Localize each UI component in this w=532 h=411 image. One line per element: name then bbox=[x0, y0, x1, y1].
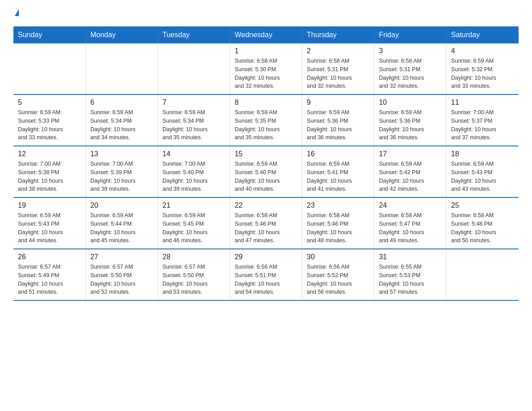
calendar-day-cell: 19Sunrise: 6:59 AM Sunset: 5:43 PM Dayli… bbox=[13, 197, 86, 249]
logo-triangle-icon bbox=[15, 9, 19, 16]
calendar-day-cell: 1Sunrise: 6:58 AM Sunset: 5:30 PM Daylig… bbox=[230, 43, 302, 94]
day-info: Sunrise: 6:59 AM Sunset: 5:43 PM Dayligh… bbox=[451, 160, 514, 193]
calendar-day-cell: 12Sunrise: 7:00 AM Sunset: 5:38 PM Dayli… bbox=[13, 146, 86, 197]
calendar-day-cell: 17Sunrise: 6:59 AM Sunset: 5:42 PM Dayli… bbox=[374, 146, 446, 197]
day-number: 11 bbox=[451, 98, 514, 107]
day-number: 12 bbox=[18, 150, 81, 158]
day-info: Sunrise: 6:57 AM Sunset: 5:49 PM Dayligh… bbox=[18, 263, 81, 296]
day-number: 9 bbox=[307, 98, 369, 107]
calendar-week-row: 26Sunrise: 6:57 AM Sunset: 5:49 PM Dayli… bbox=[13, 249, 519, 300]
calendar-day-cell bbox=[86, 43, 158, 94]
day-info: Sunrise: 6:58 AM Sunset: 5:31 PM Dayligh… bbox=[307, 57, 369, 90]
day-info: Sunrise: 6:59 AM Sunset: 5:35 PM Dayligh… bbox=[235, 108, 297, 142]
day-info: Sunrise: 7:00 AM Sunset: 5:38 PM Dayligh… bbox=[18, 160, 81, 193]
day-number: 13 bbox=[90, 150, 153, 158]
day-info: Sunrise: 6:58 AM Sunset: 5:47 PM Dayligh… bbox=[379, 211, 442, 245]
day-number: 4 bbox=[451, 47, 514, 55]
day-of-week-header: Monday bbox=[86, 26, 158, 43]
calendar-day-cell: 11Sunrise: 7:00 AM Sunset: 5:37 PM Dayli… bbox=[446, 94, 519, 146]
day-number: 8 bbox=[235, 98, 297, 107]
day-of-week-header: Friday bbox=[374, 26, 446, 43]
calendar-day-cell: 18Sunrise: 6:59 AM Sunset: 5:43 PM Dayli… bbox=[446, 146, 519, 197]
day-info: Sunrise: 6:59 AM Sunset: 5:44 PM Dayligh… bbox=[90, 211, 153, 245]
day-info: Sunrise: 6:59 AM Sunset: 5:33 PM Dayligh… bbox=[18, 108, 81, 142]
calendar-day-cell: 13Sunrise: 7:00 AM Sunset: 5:39 PM Dayli… bbox=[86, 146, 158, 197]
day-info: Sunrise: 6:58 AM Sunset: 5:30 PM Dayligh… bbox=[235, 57, 297, 90]
day-number: 27 bbox=[90, 253, 153, 261]
calendar-day-cell: 30Sunrise: 6:56 AM Sunset: 5:52 PM Dayli… bbox=[302, 249, 374, 300]
day-number: 30 bbox=[307, 253, 369, 261]
calendar-day-cell: 6Sunrise: 6:59 AM Sunset: 5:34 PM Daylig… bbox=[86, 94, 158, 146]
day-info: Sunrise: 6:57 AM Sunset: 5:50 PM Dayligh… bbox=[163, 263, 225, 296]
day-info: Sunrise: 6:59 AM Sunset: 5:34 PM Dayligh… bbox=[163, 108, 225, 142]
day-info: Sunrise: 6:59 AM Sunset: 5:36 PM Dayligh… bbox=[379, 108, 442, 142]
day-of-week-header: Wednesday bbox=[230, 26, 302, 43]
day-number: 19 bbox=[18, 201, 81, 210]
day-number: 28 bbox=[163, 253, 225, 261]
day-number: 7 bbox=[163, 98, 225, 107]
calendar-day-cell: 27Sunrise: 6:57 AM Sunset: 5:50 PM Dayli… bbox=[86, 249, 158, 300]
day-number: 17 bbox=[379, 150, 442, 158]
day-info: Sunrise: 6:59 AM Sunset: 5:41 PM Dayligh… bbox=[307, 160, 369, 193]
day-info: Sunrise: 7:00 AM Sunset: 5:40 PM Dayligh… bbox=[163, 160, 225, 193]
day-info: Sunrise: 6:58 AM Sunset: 5:48 PM Dayligh… bbox=[451, 211, 514, 245]
day-number: 22 bbox=[235, 201, 297, 210]
calendar-day-cell: 23Sunrise: 6:58 AM Sunset: 5:46 PM Dayli… bbox=[302, 197, 374, 249]
day-number: 25 bbox=[451, 201, 514, 210]
day-info: Sunrise: 6:58 AM Sunset: 5:31 PM Dayligh… bbox=[379, 57, 442, 90]
day-info: Sunrise: 6:58 AM Sunset: 5:46 PM Dayligh… bbox=[307, 211, 369, 245]
calendar-day-cell: 26Sunrise: 6:57 AM Sunset: 5:49 PM Dayli… bbox=[13, 249, 86, 300]
calendar-day-cell: 5Sunrise: 6:59 AM Sunset: 5:33 PM Daylig… bbox=[13, 94, 86, 146]
calendar-day-cell: 24Sunrise: 6:58 AM Sunset: 5:47 PM Dayli… bbox=[374, 197, 446, 249]
day-number: 2 bbox=[307, 47, 369, 55]
day-info: Sunrise: 6:56 AM Sunset: 5:52 PM Dayligh… bbox=[307, 263, 369, 296]
calendar-week-row: 19Sunrise: 6:59 AM Sunset: 5:43 PM Dayli… bbox=[13, 197, 519, 249]
day-number: 6 bbox=[90, 98, 153, 107]
day-info: Sunrise: 6:59 AM Sunset: 5:42 PM Dayligh… bbox=[379, 160, 442, 193]
calendar-header-row: SundayMondayTuesdayWednesdayThursdayFrid… bbox=[13, 26, 519, 43]
calendar-day-cell bbox=[446, 249, 519, 300]
day-info: Sunrise: 7:00 AM Sunset: 5:37 PM Dayligh… bbox=[451, 108, 514, 142]
calendar-week-row: 5Sunrise: 6:59 AM Sunset: 5:33 PM Daylig… bbox=[13, 94, 519, 146]
calendar-day-cell: 31Sunrise: 6:55 AM Sunset: 5:53 PM Dayli… bbox=[374, 249, 446, 300]
calendar-day-cell: 21Sunrise: 6:59 AM Sunset: 5:45 PM Dayli… bbox=[158, 197, 230, 249]
calendar-day-cell: 16Sunrise: 6:59 AM Sunset: 5:41 PM Dayli… bbox=[302, 146, 374, 197]
day-number: 1 bbox=[235, 47, 297, 55]
day-number: 29 bbox=[235, 253, 297, 261]
day-number: 23 bbox=[307, 201, 369, 210]
calendar-day-cell: 8Sunrise: 6:59 AM Sunset: 5:35 PM Daylig… bbox=[230, 94, 302, 146]
day-info: Sunrise: 6:59 AM Sunset: 5:34 PM Dayligh… bbox=[90, 108, 153, 142]
calendar-day-cell: 10Sunrise: 6:59 AM Sunset: 5:36 PM Dayli… bbox=[374, 94, 446, 146]
day-of-week-header: Thursday bbox=[302, 26, 374, 43]
calendar-day-cell: 20Sunrise: 6:59 AM Sunset: 5:44 PM Dayli… bbox=[86, 197, 158, 249]
day-number: 14 bbox=[163, 150, 225, 158]
day-number: 10 bbox=[379, 98, 442, 107]
day-number: 18 bbox=[451, 150, 514, 158]
calendar-day-cell: 29Sunrise: 6:56 AM Sunset: 5:51 PM Dayli… bbox=[230, 249, 302, 300]
calendar-week-row: 1Sunrise: 6:58 AM Sunset: 5:30 PM Daylig… bbox=[13, 43, 519, 94]
day-info: Sunrise: 6:57 AM Sunset: 5:50 PM Dayligh… bbox=[90, 263, 153, 296]
day-of-week-header: Saturday bbox=[446, 26, 519, 43]
day-info: Sunrise: 6:59 AM Sunset: 5:45 PM Dayligh… bbox=[163, 211, 225, 245]
calendar-day-cell: 3Sunrise: 6:58 AM Sunset: 5:31 PM Daylig… bbox=[374, 43, 446, 94]
calendar-week-row: 12Sunrise: 7:00 AM Sunset: 5:38 PM Dayli… bbox=[13, 146, 519, 197]
calendar-day-cell: 14Sunrise: 7:00 AM Sunset: 5:40 PM Dayli… bbox=[158, 146, 230, 197]
calendar-day-cell: 4Sunrise: 6:59 AM Sunset: 5:32 PM Daylig… bbox=[446, 43, 519, 94]
day-number: 3 bbox=[379, 47, 442, 55]
day-info: Sunrise: 6:55 AM Sunset: 5:53 PM Dayligh… bbox=[379, 263, 442, 296]
day-info: Sunrise: 6:59 AM Sunset: 5:32 PM Dayligh… bbox=[451, 57, 514, 90]
calendar-day-cell bbox=[158, 43, 230, 94]
day-info: Sunrise: 6:59 AM Sunset: 5:40 PM Dayligh… bbox=[235, 160, 297, 193]
day-number: 24 bbox=[379, 201, 442, 210]
day-number: 31 bbox=[379, 253, 442, 261]
page-header bbox=[13, 9, 519, 17]
day-of-week-header: Sunday bbox=[13, 26, 86, 43]
calendar-day-cell: 22Sunrise: 6:58 AM Sunset: 5:46 PM Dayli… bbox=[230, 197, 302, 249]
calendar-day-cell: 9Sunrise: 6:59 AM Sunset: 5:36 PM Daylig… bbox=[302, 94, 374, 146]
day-info: Sunrise: 7:00 AM Sunset: 5:39 PM Dayligh… bbox=[90, 160, 153, 193]
day-of-week-header: Tuesday bbox=[158, 26, 230, 43]
logo bbox=[13, 9, 19, 17]
day-number: 5 bbox=[18, 98, 81, 107]
day-number: 15 bbox=[235, 150, 297, 158]
calendar-day-cell: 7Sunrise: 6:59 AM Sunset: 5:34 PM Daylig… bbox=[158, 94, 230, 146]
